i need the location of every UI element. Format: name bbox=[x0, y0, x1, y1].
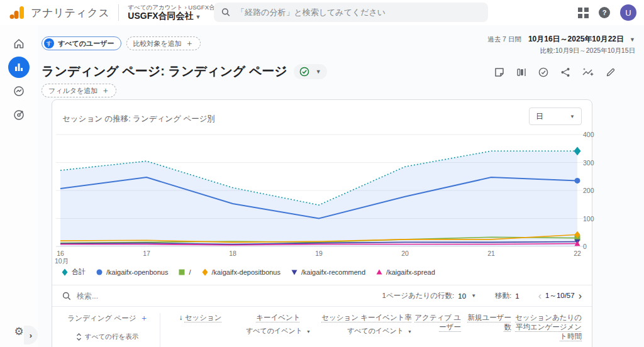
rows-per-page-value[interactable]: 10 bbox=[458, 292, 466, 300]
caret-down-icon: ▼ bbox=[408, 329, 412, 334]
pagination-range: 1～10/57 bbox=[545, 291, 575, 300]
square-marker-icon bbox=[178, 268, 186, 277]
edit-pencil-icon[interactable] bbox=[605, 67, 616, 78]
report-status-badge[interactable]: ▼ bbox=[294, 64, 327, 79]
search-icon bbox=[221, 8, 230, 17]
search-icon bbox=[62, 292, 71, 300]
caret-down-icon: ▼ bbox=[306, 329, 311, 334]
goto-label: 移動: bbox=[495, 291, 511, 300]
session-key-event-filter[interactable]: すべてのイベント ▼ bbox=[318, 326, 412, 336]
all-users-chip-label: すべてのユーザー bbox=[58, 39, 114, 48]
check-circle-icon bbox=[299, 67, 309, 77]
diamond-marker-icon bbox=[61, 268, 69, 277]
side-nav: ⚙ bbox=[0, 25, 38, 347]
legend-item[interactable]: /kaigaifx-recommend bbox=[291, 268, 365, 277]
next-page-icon[interactable]: › bbox=[579, 291, 582, 301]
property-name: USGFX合同会社 bbox=[128, 11, 193, 21]
all-users-chip[interactable]: す すべてのユーザー bbox=[42, 36, 121, 50]
breadcrumb-separator-icon: › bbox=[184, 4, 186, 11]
caret-down-icon: ▼ bbox=[630, 36, 635, 43]
header-divider bbox=[118, 4, 119, 21]
svg-text:100: 100 bbox=[583, 215, 594, 223]
legend-label: /kaigaifx-depositbonus bbox=[212, 268, 280, 276]
global-search-input[interactable] bbox=[236, 8, 480, 17]
add-dimension-icon[interactable]: ＋ bbox=[140, 313, 148, 322]
legend-label: /kaigaifx-openbonus bbox=[106, 268, 168, 276]
main-content: す すべてのユーザー 比較対象を追加 ＋ 過去 7 日間 10月16日～2025… bbox=[38, 25, 644, 347]
column-sessions[interactable]: ↓セッション bbox=[179, 313, 239, 347]
share-icon[interactable] bbox=[560, 67, 571, 78]
column-avg-engagement-time[interactable]: セッションあたりの平均エンゲージメント時間 bbox=[511, 313, 582, 347]
goto-value[interactable]: 1 bbox=[515, 292, 519, 300]
triangle-up-marker-icon bbox=[375, 268, 383, 277]
insights-sparkline-icon[interactable] bbox=[582, 67, 594, 78]
date-range-value: 10月16日～2025年10月22日 bbox=[528, 35, 624, 43]
plus-icon: ＋ bbox=[186, 38, 194, 49]
prev-page-icon[interactable]: ‹ bbox=[538, 291, 541, 301]
caret-down-icon[interactable]: ▼ bbox=[471, 293, 476, 299]
sessions-trend-chart[interactable]: 01002003004001617181920212210月 bbox=[52, 129, 591, 265]
chart-title: セッション の推移: ランディング ページ別 bbox=[62, 114, 215, 124]
column-key-events[interactable]: キーイベント すべてのイベント ▼ bbox=[239, 313, 318, 347]
app-header: アナリティクス すべてのアカウント › USGFX合同会社 USGFX合同会社▼… bbox=[0, 0, 644, 25]
legend-label: /kaigaifx-spread bbox=[386, 268, 435, 276]
insights-clock-icon[interactable] bbox=[538, 67, 549, 78]
add-comparison-label: 比較対象を追加 bbox=[133, 39, 182, 48]
comparison-icon[interactable] bbox=[516, 67, 527, 78]
breadcrumb: すべてのアカウント bbox=[128, 4, 183, 11]
nav-advertising-icon[interactable] bbox=[8, 104, 30, 126]
legend-item[interactable]: / bbox=[178, 268, 191, 277]
svg-text:0: 0 bbox=[583, 243, 587, 250]
legend-label: /kaigaifx-recommend bbox=[301, 268, 365, 276]
legend-item[interactable]: /kaigaifx-openbonus bbox=[96, 268, 168, 277]
triangle-down-marker-icon bbox=[291, 268, 298, 277]
svg-text:18: 18 bbox=[229, 250, 236, 257]
svg-text:400: 400 bbox=[583, 131, 594, 138]
page-title: ランディング ページ: ランディング ページ bbox=[42, 63, 287, 80]
unfold-rows-icon bbox=[76, 333, 82, 341]
svg-text:200: 200 bbox=[583, 187, 594, 194]
nav-home-icon[interactable] bbox=[8, 33, 30, 54]
product-name[interactable]: アナリティクス bbox=[31, 6, 109, 20]
sort-desc-icon: ↓ bbox=[179, 314, 183, 321]
column-session-key-event-rate[interactable]: セッション キーイベント率 すべてのイベント ▼ bbox=[318, 313, 412, 347]
global-search[interactable] bbox=[214, 3, 488, 22]
svg-text:19: 19 bbox=[315, 250, 323, 257]
column-active-users[interactable]: アクティブ ユーザー bbox=[412, 313, 461, 347]
svg-text:20: 20 bbox=[401, 250, 409, 257]
svg-text:10月: 10月 bbox=[55, 257, 69, 265]
nav-explore-icon[interactable] bbox=[8, 80, 30, 102]
caret-down-icon: ▼ bbox=[316, 69, 321, 75]
segment-icon: す bbox=[44, 38, 54, 48]
add-comparison-chip[interactable]: 比較対象を追加 ＋ bbox=[126, 36, 201, 50]
analytics-logo-icon[interactable] bbox=[9, 6, 25, 19]
add-filter-label: フィルタを追加 bbox=[48, 86, 97, 96]
plus-icon: ＋ bbox=[101, 85, 109, 96]
circle-marker-icon bbox=[96, 268, 103, 277]
add-filter-chip[interactable]: フィルタを追加 ＋ bbox=[42, 84, 116, 97]
date-range-picker[interactable]: 過去 7 日間 10月16日～2025年10月22日 ▼ 比較:10月9日～20… bbox=[487, 34, 635, 55]
legend-label: / bbox=[189, 268, 191, 276]
granularity-select[interactable]: 日 ▼ bbox=[529, 107, 582, 125]
help-icon[interactable]: ? bbox=[599, 7, 610, 18]
legend-item[interactable]: 合計 bbox=[61, 267, 86, 277]
avatar[interactable]: U bbox=[620, 4, 636, 21]
table-search-input[interactable] bbox=[77, 292, 203, 300]
svg-text:16: 16 bbox=[57, 250, 64, 257]
notes-icon[interactable] bbox=[494, 67, 505, 78]
svg-text:300: 300 bbox=[583, 159, 594, 167]
column-landing-page[interactable]: ランディング ページ＋ すべての行を表示 bbox=[62, 313, 160, 347]
legend-item[interactable]: /kaigaifx-depositbonus bbox=[201, 268, 280, 277]
legend-item[interactable]: /kaigaifx-spread bbox=[375, 268, 435, 277]
column-new-users[interactable]: 新規ユーザー数 bbox=[461, 313, 511, 347]
rows-per-page-label: 1ページあたりの行数: bbox=[382, 291, 455, 300]
nav-reports-icon[interactable] bbox=[8, 57, 30, 78]
svg-text:22: 22 bbox=[574, 250, 581, 257]
legend-label: 合計 bbox=[72, 267, 86, 277]
apps-grid-icon[interactable] bbox=[578, 8, 589, 18]
expand-rows-control[interactable]: すべての行を表示 bbox=[62, 332, 153, 341]
key-events-filter[interactable]: すべてのイベント ▼ bbox=[239, 326, 318, 336]
caret-down-icon: ▼ bbox=[196, 14, 201, 20]
date-preset-label: 過去 7 日間 bbox=[487, 35, 521, 43]
svg-text:17: 17 bbox=[143, 250, 150, 257]
